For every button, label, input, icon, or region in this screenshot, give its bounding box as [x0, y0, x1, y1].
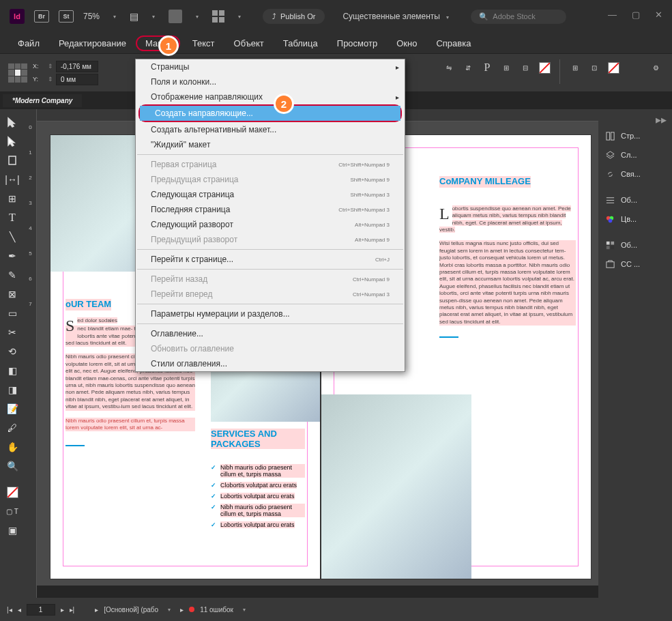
- maximize-button[interactable]: ▢: [632, 10, 640, 20]
- align-icon-2[interactable]: ⊞: [567, 59, 583, 76]
- screen-mode-icon[interactable]: [169, 10, 182, 23]
- menu-file[interactable]: Файл: [8, 38, 49, 48]
- menu-item-guides-display[interactable]: Отображение направляющих: [136, 89, 405, 104]
- selection-tool[interactable]: [3, 113, 22, 131]
- zoom-level[interactable]: 75%: [83, 12, 100, 21]
- image-placeholder-city[interactable]: [321, 394, 471, 579]
- distribute-icon-2[interactable]: ⊡: [586, 59, 602, 76]
- panel-cc-libraries[interactable]: CC ...: [598, 255, 672, 274]
- layout-menu-dropdown: Страницы Поля и колонки... Отображение н…: [135, 59, 405, 372]
- menu-item-create-guides[interactable]: Создать направляющие...: [140, 106, 400, 121]
- pen-tool[interactable]: ✒: [3, 247, 22, 265]
- panel-links[interactable]: Свя...: [598, 164, 672, 184]
- note-tool[interactable]: 📝: [3, 400, 22, 418]
- page-number-input[interactable]: 1: [27, 604, 55, 616]
- menu-item-next-spread[interactable]: Следующий разворотAlt+Numpad 3: [136, 217, 405, 232]
- vertical-ruler[interactable]: 01234567: [25, 109, 37, 598]
- nav-last-icon[interactable]: ▸|: [70, 606, 75, 613]
- list-item: Clobortis volutpat arcu erats: [220, 482, 297, 489]
- fill-stroke-swatch[interactable]: [3, 483, 22, 501]
- paragraph-icon[interactable]: P: [479, 59, 495, 76]
- search-icon: 🔍: [479, 12, 488, 21]
- panel-swatches[interactable]: Об...: [598, 235, 672, 255]
- gradient-feather-tool[interactable]: ◨: [3, 381, 22, 399]
- panel-color[interactable]: Цв...: [598, 210, 672, 229]
- y-stepper[interactable]: ⇕: [48, 76, 53, 83]
- bridge-icon[interactable]: Br: [34, 10, 49, 23]
- list-item: Nibh mauris odio praesent cillum et, tur…: [220, 464, 305, 478]
- content-collector-tool[interactable]: ⊞: [3, 190, 22, 207]
- preflight-error-icon[interactable]: [189, 607, 194, 612]
- menu-item-pages[interactable]: Страницы: [136, 59, 405, 74]
- menu-item-next-page[interactable]: Следующая страницаShift+Numpad 3: [136, 187, 405, 202]
- menu-item-numbering[interactable]: Параметры нумерации и разделов...: [136, 306, 405, 321]
- pencil-tool[interactable]: ✎: [3, 266, 22, 284]
- settings-gear-icon[interactable]: ⚙: [647, 59, 664, 76]
- menu-item-alt-layout[interactable]: Создать альтернативный макет...: [136, 122, 405, 137]
- line-tool[interactable]: ╲: [3, 228, 22, 246]
- chevron-down-icon[interactable]: ▾: [113, 14, 116, 20]
- minimize-button[interactable]: —: [608, 10, 617, 20]
- flip-horizontal-icon[interactable]: ⇋: [441, 59, 457, 76]
- menu-help[interactable]: Справка: [426, 38, 480, 48]
- panels-collapse-icon[interactable]: ▸▸: [598, 113, 672, 126]
- free-transform-tool[interactable]: ⟲: [3, 343, 22, 360]
- menu-item-liquid-layout[interactable]: "Жидкий" макет: [136, 137, 405, 152]
- x-stepper[interactable]: ⇕: [48, 63, 53, 70]
- document-tab[interactable]: *Modern Company: [3, 94, 82, 107]
- callout-badge-1: 1: [158, 35, 179, 56]
- menu-item-toc[interactable]: Оглавление...: [136, 326, 405, 341]
- fill-none-icon[interactable]: [536, 59, 553, 76]
- open-icon[interactable]: ▸: [95, 606, 98, 613]
- nav-first-icon[interactable]: |◂: [7, 606, 12, 613]
- formatting-container-icon[interactable]: ▢ T: [3, 502, 22, 520]
- rectangle-tool[interactable]: ▭: [3, 304, 22, 322]
- panel-stroke[interactable]: Об...: [598, 190, 672, 210]
- menu-item-goto-page[interactable]: Перейти к странице...Ctrl+J: [136, 252, 405, 267]
- preflight-errors[interactable]: 11 ошибок: [200, 606, 233, 613]
- nav-prev-icon[interactable]: ◂: [18, 606, 21, 613]
- type-tool[interactable]: T: [3, 209, 22, 227]
- close-button[interactable]: ✕: [655, 10, 662, 20]
- menu-edit[interactable]: Редактирование: [49, 38, 136, 48]
- panel-pages[interactable]: Стр...: [598, 126, 672, 145]
- screen-mode-toggle[interactable]: ▣: [3, 521, 22, 539]
- arrange-icon[interactable]: [212, 10, 224, 23]
- nav-next-icon[interactable]: ▸: [61, 606, 64, 613]
- page-tool[interactable]: [3, 151, 22, 169]
- zoom-tool[interactable]: 🔍: [3, 457, 22, 475]
- menu-item-last-page[interactable]: Последняя страницаCtrl+Shift+Numpad 3: [136, 202, 405, 217]
- menu-item-toc-styles[interactable]: Стили оглавления...: [136, 356, 405, 371]
- search-input[interactable]: 🔍Adobe Stock: [471, 10, 566, 24]
- workspace-switcher[interactable]: Существенные элементы ▾: [342, 12, 453, 21]
- menu-view[interactable]: Просмотр: [327, 38, 387, 48]
- y-value-input[interactable]: 0 мм: [56, 74, 98, 85]
- svg-rect-7: [611, 241, 614, 244]
- menu-item-margins[interactable]: Поля и колонки...: [136, 74, 405, 89]
- menu-object[interactable]: Объект: [224, 38, 274, 48]
- app-topbar: Id Br St 75% ▾ ▤▾ ▾ ▾ ⤴Publish Or Сущест…: [0, 0, 672, 33]
- gradient-swatch-tool[interactable]: ◧: [3, 362, 22, 379]
- flip-vertical-icon[interactable]: ⇵: [460, 59, 476, 76]
- hand-tool[interactable]: ✋: [3, 438, 22, 456]
- menu-table[interactable]: Таблица: [274, 38, 327, 48]
- publish-button[interactable]: ⤴Publish Or: [263, 9, 325, 24]
- distribute-icon[interactable]: ⊟: [517, 59, 534, 76]
- rectangle-frame-tool[interactable]: ⊠: [3, 285, 22, 303]
- reference-point-locator[interactable]: [8, 63, 27, 83]
- eyedropper-tool[interactable]: 🖋: [3, 419, 22, 437]
- menu-window[interactable]: Окно: [387, 38, 426, 48]
- tools-panel: |↔| ⊞ T ╲ ✒ ✎ ⊠ ▭ ✂ ⟲ ◧ ◨ 📝 🖋 ✋ 🔍 ▢ T ▣: [0, 109, 25, 598]
- align-icon[interactable]: ⊞: [498, 59, 514, 76]
- x-value-input[interactable]: -0,176 мм: [56, 61, 98, 72]
- view-options-icon[interactable]: ▤: [130, 11, 138, 22]
- preflight-nav-icon[interactable]: ▸: [180, 606, 184, 613]
- panel-layers[interactable]: Сл...: [598, 145, 672, 164]
- gap-tool[interactable]: |↔|: [3, 171, 22, 188]
- stock-icon[interactable]: St: [59, 10, 74, 23]
- scissors-tool[interactable]: ✂: [3, 323, 22, 341]
- menu-text[interactable]: Текст: [183, 38, 224, 48]
- master-page-label[interactable]: [Основной] (рабо: [104, 606, 158, 613]
- direct-selection-tool[interactable]: [3, 132, 22, 150]
- stroke-none-icon[interactable]: [605, 59, 622, 76]
